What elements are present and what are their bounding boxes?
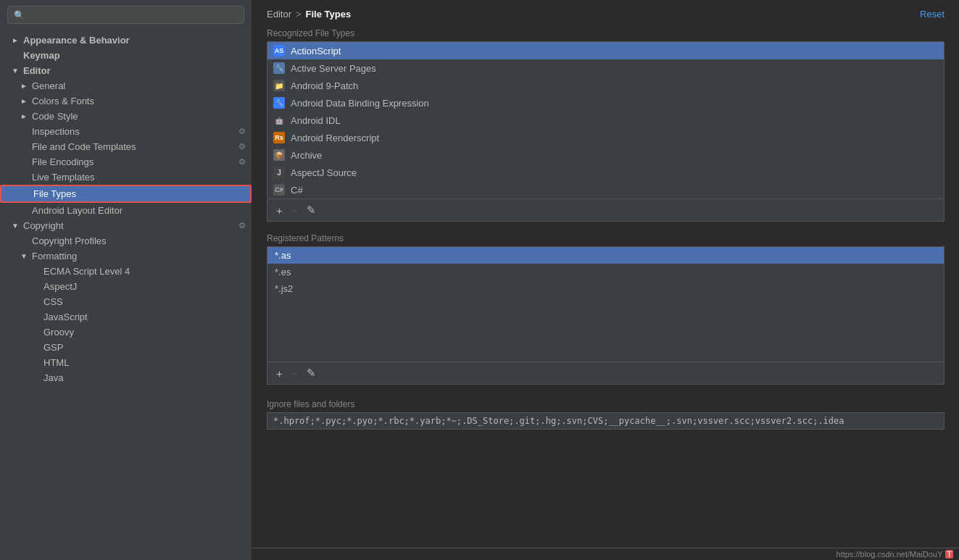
file-type-active-server-pages[interactable]: 🔧 Active Server Pages [267,59,944,77]
sidebar-item-javascript[interactable]: JavaScript [0,309,252,325]
pattern-es[interactable]: *.es [267,264,944,280]
archive-label: Archive [291,150,322,161]
pattern-js2-label: *.js2 [275,283,293,294]
edit-file-type-button[interactable]: ✎ [304,202,319,218]
sidebar-item-css[interactable]: CSS [0,294,252,309]
sidebar-item-formatting[interactable]: ▼ Formatting [0,248,252,264]
csharp-icon: C# [273,184,285,196]
csharp-label: C# [291,185,303,196]
sidebar-item-html[interactable]: HTML [0,355,252,370]
pattern-as-label: *.as [275,250,291,261]
registered-patterns-section: Registered Patterns *.as *.es *.js2 + − … [267,230,945,385]
file-type-aspectj-source[interactable]: J AspectJ Source [267,164,944,181]
content-body: Recognized File Types AS ActionScript 🔧 … [252,25,959,548]
sidebar-item-inspections[interactable]: Inspections ⚙ [0,124,252,139]
sidebar-label-keymap: Keymap [23,50,60,61]
sidebar-item-java[interactable]: Java [0,370,252,385]
android-db-icon: 🔧 [273,97,285,109]
fct-gear-icon: ⚙ [238,142,246,151]
sidebar-item-colors-fonts[interactable]: ► Colors & Fonts [0,93,252,109]
sidebar-item-aspectj[interactable]: AspectJ [0,279,252,294]
file-type-android-renderscript[interactable]: Rs Android Renderscript [267,129,944,146]
sidebar-item-appearance[interactable]: ► Appearance & Behavior [0,33,252,48]
sidebar-item-file-encodings[interactable]: File Encodings ⚙ [0,154,252,170]
file-type-csharp[interactable]: C# C# [267,181,944,198]
sidebar-item-keymap[interactable]: Keymap [0,48,252,63]
sidebar-label-live-templates: Live Templates [32,172,94,183]
patterns-list: *.as *.es *.js2 [267,246,945,362]
registered-patterns-label: Registered Patterns [267,233,945,243]
sidebar-label-file-encodings: File Encodings [32,156,94,167]
file-types-toolbar: + − ✎ [267,199,945,222]
reset-button[interactable]: Reset [920,9,945,20]
copyright-arrow-icon: ▼ [12,222,20,230]
sidebar-item-ecma-script[interactable]: ECMA Script Level 4 [0,264,252,279]
sidebar-label-css: CSS [43,296,63,307]
inspections-gear-icon: ⚙ [238,127,246,136]
url-highlight: T [945,550,953,559]
file-types-list: AS ActionScript 🔧 Active Server Pages 📁 … [267,41,945,199]
main-content: Editor > File Types Reset Recognized Fil… [252,0,959,560]
sidebar-label-formatting: Formatting [32,251,77,262]
copyright-gear-icon: ⚙ [238,221,246,230]
pattern-es-label: *.es [275,267,291,277]
file-type-archive[interactable]: 📦 Archive [267,146,944,164]
search-bar[interactable]: 🔍 [7,6,244,24]
sidebar-item-code-style[interactable]: ► Code Style [0,109,252,124]
nav-list: ► Appearance & Behavior Keymap ▼ Editor … [0,30,252,560]
colors-arrow-icon: ► [20,97,29,105]
sidebar-label-general: General [32,80,65,91]
actionscript-label: ActionScript [291,46,341,57]
sidebar-label-code-style: Code Style [32,111,78,122]
renderscript-label: Android Renderscript [291,133,379,143]
ignore-input[interactable] [267,412,945,430]
pattern-js2[interactable]: *.js2 [267,280,944,297]
sidebar-item-live-templates[interactable]: Live Templates [0,170,252,185]
sidebar-item-file-code-templates[interactable]: File and Code Templates ⚙ [0,139,252,154]
sidebar-label-groovy: Groovy [43,327,74,338]
file-type-actionscript[interactable]: AS ActionScript [267,42,944,59]
url-bar: https://blog.csdn.net/MaiDouYT [252,548,959,560]
renderscript-icon: Rs [273,132,285,143]
android-9patch-label: Android 9-Patch [291,80,358,91]
sidebar-label-java: Java [43,372,63,383]
content-header: Editor > File Types Reset [252,0,959,25]
sidebar-item-copyright-profiles[interactable]: Copyright Profiles [0,233,252,248]
remove-pattern-button[interactable]: − [288,366,301,381]
sidebar-item-gsp[interactable]: GSP [0,340,252,355]
search-input[interactable] [29,9,238,20]
file-type-android-idl[interactable]: 🤖 Android IDL [267,112,944,129]
add-file-type-button[interactable]: + [273,203,286,218]
android-db-label: Android Data Binding Expression [291,98,429,109]
file-type-android-9patch[interactable]: 📁 Android 9-Patch [267,77,944,94]
sidebar-label-file-types: File Types [33,188,76,199]
sidebar-item-editor[interactable]: ▼ Editor [0,63,252,78]
sidebar-label-javascript: JavaScript [43,312,88,322]
file-type-android-data-binding[interactable]: 🔧 Android Data Binding Expression [267,94,944,112]
sidebar-label-copyright-profiles: Copyright Profiles [32,235,107,246]
sidebar-item-file-types[interactable]: File Types [0,185,252,203]
ignore-section-label: Ignore files and folders [267,399,945,409]
sidebar-label-ecma-script: ECMA Script Level 4 [43,266,130,277]
sidebar-label-gsp: GSP [43,342,63,353]
sidebar-item-groovy[interactable]: Groovy [0,325,252,340]
sidebar-item-general[interactable]: ► General [0,78,252,93]
sidebar-label-editor: Editor [23,65,51,76]
android-idl-label: Android IDL [291,115,341,126]
asp-label: Active Server Pages [291,63,376,74]
recognized-section: Recognized File Types AS ActionScript 🔧 … [267,25,945,222]
sidebar-label-file-code-templates: File and Code Templates [32,141,136,152]
add-pattern-button[interactable]: + [273,366,286,381]
aspectj-source-icon: J [273,167,285,178]
asp-icon: 🔧 [273,62,285,74]
remove-file-type-button[interactable]: − [288,203,301,218]
sidebar-item-android-layout-editor[interactable]: Android Layout Editor [0,203,252,218]
breadcrumb: Editor > File Types [267,9,351,20]
general-arrow-icon: ► [20,82,29,90]
formatting-arrow-icon: ▼ [20,252,29,260]
sidebar-label-aspectj: AspectJ [43,281,77,292]
android-9patch-icon: 📁 [273,80,285,91]
edit-pattern-button[interactable]: ✎ [304,365,319,381]
sidebar-item-copyright[interactable]: ▼ Copyright ⚙ [0,218,252,233]
pattern-as[interactable]: *.as [267,247,944,264]
